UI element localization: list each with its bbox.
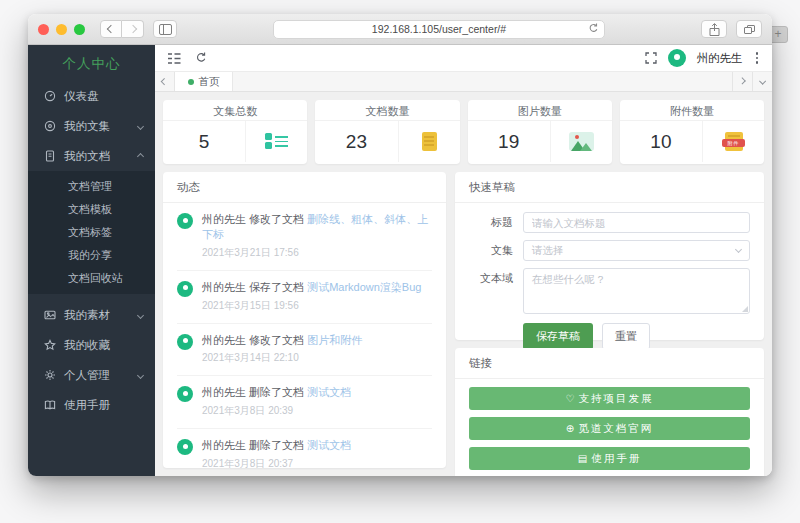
document-link[interactable]: 图片和附件	[307, 334, 362, 346]
stat-card-documents: 文档数量 23	[315, 100, 459, 164]
history-nav	[100, 20, 144, 38]
activity-timestamp: 2021年3月21日 17:56	[202, 246, 432, 260]
fullscreen-icon[interactable]	[645, 52, 657, 64]
documents-count: 23	[315, 131, 397, 153]
material-icon	[44, 309, 56, 321]
activity-item: 州的先生 删除了文档 测试文档 2021年3月8日 20:37	[177, 429, 432, 468]
stat-card-collections: 文集总数 5	[163, 100, 307, 164]
browser-sidebar-toggle-icon[interactable]	[153, 20, 177, 38]
activity-timestamp: 2021年3月8日 20:37	[202, 457, 351, 468]
avatar	[177, 386, 193, 402]
doc-title-input[interactable]	[523, 212, 750, 233]
tabs-scroll-left-icon[interactable]	[155, 72, 175, 91]
globe-icon: ⊕	[566, 423, 574, 434]
heart-icon: ♡	[566, 393, 575, 404]
username[interactable]: 州的先生	[697, 51, 743, 66]
activity-item: 州的先生 修改了文档 图片和附件 2021年3月14日 22:10	[177, 324, 432, 377]
avatar	[177, 281, 193, 297]
book-icon	[44, 399, 56, 411]
tabs-menu-icon[interactable]	[752, 72, 772, 91]
close-window-button[interactable]	[38, 24, 49, 35]
links-card: 链接 ♡ 支持项目发展 ⊕ 觅道文档官网	[455, 348, 764, 476]
activity-item: 州的先生 保存了文档 测试Markdown渲染Bug 2021年3月15日 19…	[177, 271, 432, 324]
document-icon	[422, 132, 437, 151]
activity-item: 州的先生 删除了文档 测试文档 2021年3月8日 20:39	[177, 376, 432, 429]
activity-timestamp: 2021年3月15日 19:56	[202, 299, 421, 313]
chevron-down-icon	[735, 246, 742, 253]
sidebar-item-doc-recycle[interactable]: 文档回收站	[28, 267, 155, 290]
gear-icon	[44, 369, 56, 381]
stat-card-attachments: 附件数量 10 附件	[620, 100, 764, 164]
document-link[interactable]: 测试文档	[307, 439, 351, 451]
star-icon	[44, 339, 56, 351]
sidebar-item-doc-manage[interactable]: 文档管理	[28, 175, 155, 198]
document-link[interactable]: 测试文档	[307, 386, 351, 398]
sidebar-item-manual[interactable]: 使用手册	[28, 390, 155, 420]
collection-field-label: 文集	[469, 240, 513, 261]
share-icon[interactable]	[701, 20, 727, 38]
reload-icon[interactable]	[588, 23, 599, 36]
chevron-down-icon	[137, 371, 144, 378]
zoom-window-button[interactable]	[74, 24, 85, 35]
back-button[interactable]	[100, 20, 122, 38]
avatar	[177, 213, 193, 229]
user-manual-button[interactable]: ▤ 使用手册	[469, 447, 750, 470]
support-project-button[interactable]: ♡ 支持项目发展	[469, 387, 750, 410]
links-title: 链接	[455, 348, 764, 379]
active-tab-dot	[188, 79, 194, 85]
official-site-button[interactable]: ⊕ 觅道文档官网	[469, 417, 750, 440]
refresh-icon[interactable]	[195, 52, 207, 64]
sidebar-item-doc-tags[interactable]: 文档标签	[28, 221, 155, 244]
image-icon	[569, 132, 594, 151]
save-draft-button[interactable]: 保存草稿	[523, 323, 593, 350]
collection-select[interactable]: 请选择	[523, 240, 750, 261]
collections-count: 5	[163, 131, 245, 153]
sidebar-item-profile[interactable]: 个人管理	[28, 360, 155, 390]
resize-grip[interactable]	[742, 306, 748, 312]
attachments-count: 10	[620, 131, 702, 153]
browser-window: 192.168.1.105/user_center/# 个人中心 仪表盘	[28, 14, 772, 476]
collapse-sidebar-icon[interactable]	[167, 53, 181, 64]
quick-draft-card: 快速草稿 标题 文集 请选择	[455, 172, 764, 340]
collection-icon	[44, 120, 56, 132]
chevron-down-icon	[137, 122, 144, 129]
images-count: 19	[468, 131, 550, 153]
app-title: 个人中心	[28, 45, 155, 81]
sidebar-item-doc-template[interactable]: 文档模板	[28, 198, 155, 221]
forward-button[interactable]	[122, 20, 144, 38]
book-icon: ▤	[578, 453, 587, 464]
document-link[interactable]: 测试Markdown渲染Bug	[307, 281, 421, 293]
address-bar[interactable]: 192.168.1.105/user_center/#	[273, 20, 605, 39]
url-text: 192.168.1.105/user_center/#	[372, 23, 506, 35]
page-tabbar: 首页	[155, 72, 772, 92]
collection-list-icon	[265, 133, 289, 150]
draft-textarea[interactable]	[523, 268, 750, 314]
minimize-window-button[interactable]	[56, 24, 67, 35]
sidebar-item-favorites[interactable]: 我的收藏	[28, 330, 155, 360]
sidebar-item-collections[interactable]: 我的文集	[28, 111, 155, 141]
user-avatar[interactable]	[668, 49, 686, 67]
activity-card: 动态 州的先生 修改了文档 删除线、粗体、斜体、上下标 2021年3月21日 1…	[163, 172, 446, 468]
dashboard-content: 文集总数 5 文档数量 23	[155, 92, 772, 476]
titlebar-right-buttons	[701, 20, 762, 38]
stats-row: 文集总数 5 文档数量 23	[163, 100, 764, 164]
textarea-field-label: 文本域	[469, 268, 513, 289]
tab-overview-icon[interactable]	[736, 20, 762, 38]
sidebar-item-dashboard[interactable]: 仪表盘	[28, 81, 155, 111]
sidebar-item-documents[interactable]: 我的文档	[28, 141, 155, 171]
sidebar-item-my-shares[interactable]: 我的分享	[28, 244, 155, 267]
sidebar-item-materials[interactable]: 我的素材	[28, 300, 155, 330]
attachment-icon: 附件	[725, 132, 743, 151]
tabs-scroll-right-icon[interactable]	[732, 72, 752, 91]
chevron-down-icon	[137, 311, 144, 318]
more-options-icon[interactable]	[754, 50, 761, 66]
reset-button[interactable]: 重置	[602, 323, 650, 350]
activity-timestamp: 2021年3月8日 20:39	[202, 404, 351, 418]
app-toolbar: 州的先生	[155, 45, 772, 72]
quick-draft-title: 快速草稿	[455, 172, 764, 203]
sidebar: 个人中心 仪表盘 我的文集 我的文档 文档管理 文档模板 文档标签 我的分享	[28, 45, 155, 476]
activity-item: 州的先生 修改了文档 删除线、粗体、斜体、上下标 2021年3月21日 17:5…	[177, 203, 432, 271]
tab-home[interactable]: 首页	[175, 72, 233, 91]
chevron-up-icon	[137, 152, 144, 159]
title-field-label: 标题	[469, 212, 513, 233]
